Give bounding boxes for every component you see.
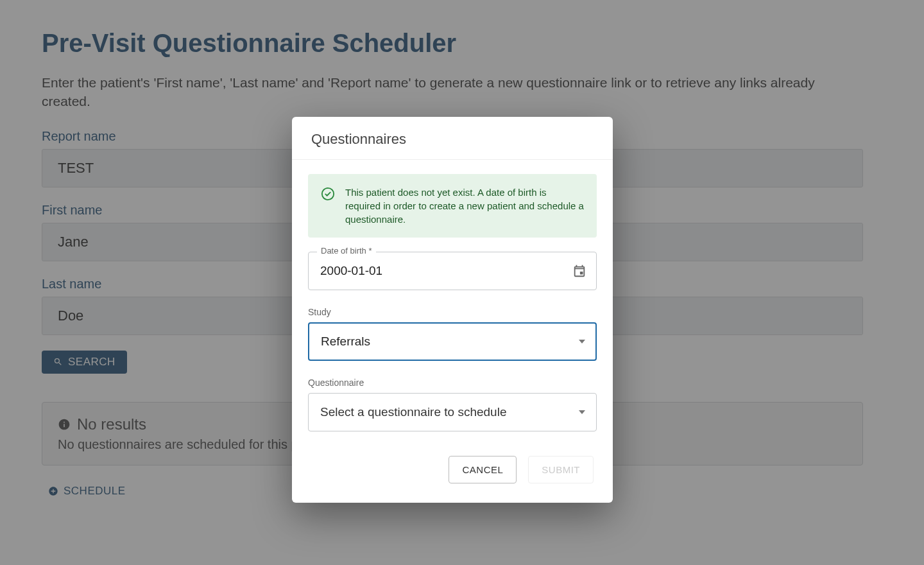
modal-title: Questionnaires [292,117,613,160]
cancel-button-label: CANCEL [462,464,503,475]
study-select[interactable]: Referrals [308,322,597,361]
alert-text: This patient does not yet exist. A date … [345,186,584,226]
questionnaire-placeholder: Select a questionnaire to schedule [320,405,506,419]
questionnaire-select[interactable]: Select a questionnaire to schedule [308,393,597,431]
svg-point-0 [322,188,334,200]
chevron-down-icon [579,340,585,343]
dob-label: Date of birth * [317,246,376,256]
study-value: Referrals [321,335,370,349]
check-circle-icon [321,187,335,201]
study-label: Study [308,307,597,317]
dob-input[interactable] [308,252,597,290]
alert-box: This patient does not yet exist. A date … [308,174,597,238]
chevron-down-icon [579,410,585,414]
submit-button-label: SUBMIT [542,464,580,475]
questionnaires-modal: Questionnaires This patient does not yet… [292,117,613,503]
submit-button: SUBMIT [528,456,594,483]
cancel-button[interactable]: CANCEL [449,456,517,483]
questionnaire-label: Questionnaire [308,378,597,388]
